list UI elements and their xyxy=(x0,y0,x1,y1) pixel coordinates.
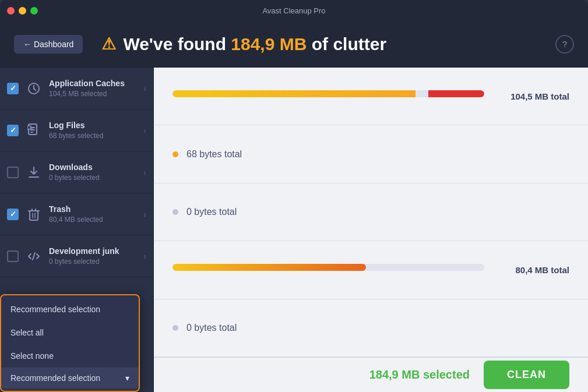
downloads-name: Downloads xyxy=(49,163,141,172)
bar-container-trash xyxy=(172,264,484,276)
checkbox-log-files[interactable] xyxy=(7,125,19,136)
selected-size: 184,9 MB selected xyxy=(369,368,470,382)
svg-rect-8 xyxy=(30,211,38,220)
total-trash: 80,4 MB total xyxy=(494,265,569,275)
app-caches-sub: 104,5 MB selected xyxy=(49,90,141,98)
titlebar: Avast Cleanup Pro xyxy=(0,0,588,21)
chevron-icon-4: › xyxy=(143,210,146,219)
content-row-downloads[interactable]: 0 bytes total xyxy=(154,183,588,241)
label-text-log-files: 68 bytes total xyxy=(186,149,242,160)
downloads-text: Downloads 0 bytes selected xyxy=(49,163,141,182)
svg-rect-4 xyxy=(30,132,33,133)
checkbox-trash[interactable] xyxy=(7,209,19,220)
label-downloads: 0 bytes total xyxy=(172,207,569,217)
chevron-icon-3: › xyxy=(143,168,146,177)
log-files-icon: LOG xyxy=(24,121,43,140)
sidebar-item-app-caches[interactable]: Application Caches 104,5 MB selected › xyxy=(0,68,153,110)
sidebar-item-log-files[interactable]: LOG Log Files 68 bytes selected › xyxy=(0,110,153,151)
content-row-log-files[interactable]: 68 bytes total xyxy=(154,125,588,183)
content-rows: 104,5 MB total 68 bytes total 0 bytes to… xyxy=(154,68,588,357)
title-text: We've found 184,9 MB of clutter xyxy=(123,34,386,54)
header-title: ⚠ We've found 184,9 MB of clutter xyxy=(101,34,386,54)
help-button[interactable]: ? xyxy=(555,35,574,54)
sidebar-item-downloads[interactable]: Downloads 0 bytes selected › xyxy=(0,151,153,193)
bar-orange-trash xyxy=(172,264,366,271)
dev-junk-sub: 0 bytes selected xyxy=(49,257,141,266)
app-title: Avast Cleanup Pro xyxy=(262,6,325,15)
log-files-sub: 68 bytes selected xyxy=(49,132,141,140)
recommended-selection-option[interactable]: Recommended selection xyxy=(1,298,139,321)
dot-dev-junk xyxy=(172,325,178,331)
dropdown-trigger-label: Recommended selection xyxy=(10,373,100,383)
dev-junk-text: Development junk 0 bytes selected xyxy=(49,246,141,266)
bar-track-trash xyxy=(172,264,484,271)
dev-junk-icon xyxy=(24,247,43,266)
svg-text:LOG: LOG xyxy=(28,126,33,130)
chevron-icon-2: › xyxy=(143,126,146,135)
title-prefix: We've found xyxy=(123,34,231,54)
bar-track-app-caches xyxy=(172,90,484,97)
downloads-sub: 0 bytes selected xyxy=(49,174,141,182)
dropdown-trigger-button[interactable]: Recommended selection ▾ xyxy=(1,368,139,389)
trash-name: Trash xyxy=(49,204,141,214)
maximize-button[interactable] xyxy=(30,7,38,15)
selection-dropdown: Recommended selection Select all Select … xyxy=(0,294,140,392)
bar-container-log-files: 68 bytes total xyxy=(172,149,569,160)
title-suffix: of clutter xyxy=(307,34,386,54)
back-button[interactable]: ← Dashboard xyxy=(14,35,83,54)
header: ← Dashboard ⚠ We've found 184,9 MB of cl… xyxy=(0,21,588,68)
app-caches-name: Application Caches xyxy=(49,79,141,88)
sidebar: Application Caches 104,5 MB selected › L… xyxy=(0,68,154,392)
label-log-files: 68 bytes total xyxy=(172,149,569,160)
trash-icon xyxy=(24,205,43,224)
log-files-name: Log Files xyxy=(49,121,141,130)
content-row-dev-junk[interactable]: 0 bytes total xyxy=(154,299,588,357)
label-text-downloads: 0 bytes total xyxy=(186,207,237,217)
close-button[interactable] xyxy=(7,7,15,15)
downloads-icon xyxy=(24,163,43,182)
warning-icon: ⚠ xyxy=(101,34,116,54)
clean-button[interactable]: CLEAN xyxy=(484,361,569,389)
minimize-button[interactable] xyxy=(19,7,26,15)
bar-container-dev-junk: 0 bytes total xyxy=(172,323,569,333)
bar-container-app-caches xyxy=(172,90,484,102)
dot-log-files xyxy=(172,151,178,157)
select-none-option[interactable]: Select none xyxy=(1,344,139,368)
titlebar-buttons xyxy=(7,7,38,15)
label-text-dev-junk: 0 bytes total xyxy=(186,323,237,333)
footer: 184,9 MB selected CLEAN xyxy=(154,357,588,392)
title-size: 184,9 MB xyxy=(231,34,307,54)
main-layout: Application Caches 104,5 MB selected › L… xyxy=(0,68,588,392)
sidebar-item-trash[interactable]: Trash 80,4 MB selected › xyxy=(0,193,153,235)
checkbox-app-caches[interactable] xyxy=(7,83,19,94)
content-area: 104,5 MB total 68 bytes total 0 bytes to… xyxy=(154,68,588,392)
dropdown-chevron-icon: ▾ xyxy=(125,373,129,383)
chevron-icon-5: › xyxy=(143,252,146,261)
bar-red-app-caches xyxy=(428,90,484,97)
app-caches-text: Application Caches 104,5 MB selected xyxy=(49,79,141,98)
trash-sub: 80,4 MB selected xyxy=(49,216,141,224)
checkbox-dev-junk[interactable] xyxy=(7,250,19,262)
checkbox-downloads[interactable] xyxy=(7,167,19,178)
dev-junk-name: Development junk xyxy=(49,246,141,256)
dot-downloads xyxy=(172,209,178,215)
content-row-trash[interactable]: 80,4 MB total xyxy=(154,241,588,299)
label-dev-junk: 0 bytes total xyxy=(172,323,569,333)
log-files-text: Log Files 68 bytes selected xyxy=(49,121,141,140)
total-app-caches: 104,5 MB total xyxy=(494,91,569,101)
sidebar-item-dev-junk[interactable]: Development junk 0 bytes selected › xyxy=(0,235,153,277)
trash-text: Trash 80,4 MB selected xyxy=(49,204,141,224)
select-all-option[interactable]: Select all xyxy=(1,321,139,344)
bar-yellow-app-caches xyxy=(172,90,416,97)
app-caches-icon xyxy=(24,79,43,98)
chevron-icon: › xyxy=(143,84,146,93)
bar-container-downloads: 0 bytes total xyxy=(172,207,569,217)
content-row-app-caches[interactable]: 104,5 MB total xyxy=(154,68,588,125)
svg-line-14 xyxy=(33,253,35,260)
